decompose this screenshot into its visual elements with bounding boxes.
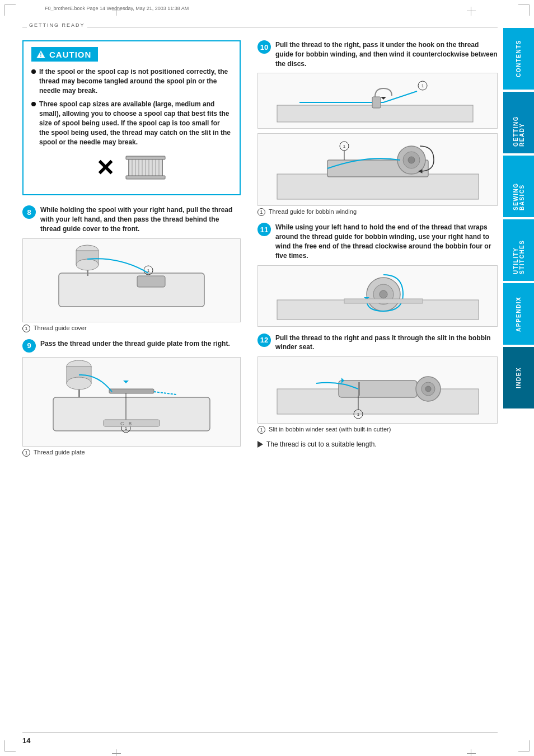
step-8-text: While holding the spool with your right … [40, 205, 241, 233]
step-9-number: 9 [22, 339, 36, 353]
svg-text:1: 1 [357, 412, 359, 417]
svg-text:C: C [120, 421, 124, 426]
tab-getting-ready[interactable]: GETTING READY [503, 92, 534, 153]
caution-label: CAUTION [49, 50, 91, 59]
file-info: F0_brotherE.book Page 14 Wednesday, May … [45, 6, 189, 11]
caution-box: ! CAUTION If the spool or the spool cap … [22, 40, 241, 195]
step-12-caption-circle: 1 [257, 426, 265, 434]
svg-point-26 [67, 377, 91, 389]
step-12-caption: 1 Slit in bobbin winder seat (with built… [257, 426, 498, 434]
right-tabs: CONTENTS GETTING READY SEWING BASICS UTI… [503, 28, 534, 408]
step-8-container: 8 While holding the spool with your righ… [22, 205, 241, 233]
section-header-label: GETTING READY [27, 22, 87, 28]
step-9-container: 9 Pass the thread under the thread guide… [22, 339, 241, 353]
tab-appendix[interactable]: APPENDIX [503, 283, 534, 345]
svg-text:8: 8 [129, 421, 132, 426]
tab-contents[interactable]: CONTENTS [503, 28, 534, 90]
step-10-diagram-bottom: 1 [257, 133, 498, 206]
step-10-container: 10 Pull the thread to the right, pass it… [257, 40, 498, 68]
svg-rect-39 [372, 97, 381, 108]
warning-icon: ! [36, 49, 46, 59]
corner-mark-br [518, 740, 530, 752]
thread-cut-note: The thread is cut to a suitable length. [257, 440, 498, 448]
thread-cut-note-text: The thread is cut to a suitable length. [266, 440, 377, 448]
step-8-diagram: 1 [22, 238, 241, 322]
svg-rect-12 [126, 156, 165, 159]
step-10-svg-bottom: 1 [271, 135, 484, 205]
svg-point-60 [425, 386, 431, 392]
step-11-text: While using your left hand to hold the e… [275, 223, 498, 260]
caution-header-bg: ! CAUTION [31, 47, 98, 62]
step-9-caption-circle: 1 [22, 449, 30, 457]
step-10-caption-text: Thread guide for bobbin winding [269, 208, 357, 215]
svg-point-44 [408, 157, 415, 163]
arrow-icon [257, 441, 263, 448]
x-mark: ✕ [96, 155, 115, 181]
step-9-caption-text: Thread guide plate [34, 449, 85, 456]
caution-text-2: Three spool cap sizes are available (lar… [39, 100, 232, 147]
step-10-svg-top: 1 [271, 74, 484, 128]
step-9-text: Pass the thread under the thread guide p… [40, 339, 241, 349]
corner-mark-bl [4, 740, 16, 752]
svg-point-52 [380, 290, 387, 298]
step-11-svg [271, 266, 484, 325]
page: F0_brotherE.book Page 14 Wednesday, May … [0, 0, 534, 756]
step-9-diagram: 1 C 8 [22, 357, 241, 447]
step-8-caption-circle: 1 [22, 325, 30, 332]
corner-mark-tl [4, 4, 16, 16]
step-12-svg: 1 [271, 358, 484, 422]
svg-text:1: 1 [343, 144, 345, 149]
svg-text:!: ! [40, 52, 41, 58]
caution-bullet-1: If the spool or the spool cap is not pos… [31, 67, 232, 95]
svg-rect-21 [137, 276, 165, 287]
svg-rect-57 [358, 382, 360, 396]
step-8-svg: 1 [36, 240, 227, 321]
svg-rect-56 [339, 381, 417, 397]
step-8-caption: 1 Thread guide cover [22, 325, 241, 332]
step-10-text: Pull the thread to the right, pass it un… [275, 40, 498, 68]
step-12-caption-text: Slit in bobbin winder seat (with built-i… [269, 426, 391, 433]
section-header-bar: GETTING READY [22, 27, 498, 38]
bottom-border [22, 732, 498, 732]
step-9-caption: 1 Thread guide plate [22, 449, 241, 457]
step-11-container: 11 While using your left hand to hold th… [257, 223, 498, 260]
step-12-container: 12 Pull the thread to the right and pass… [257, 334, 498, 353]
tab-index[interactable]: INDEX [503, 347, 534, 408]
step-10-caption: 1 Thread guide for bobbin winding [257, 208, 498, 216]
step-10-number: 10 [257, 40, 271, 54]
tab-sewing-basics[interactable]: SEWING BASICS [503, 156, 534, 217]
svg-marker-28 [123, 381, 129, 383]
caution-bullet-2: Three spool cap sizes are available (lar… [31, 100, 232, 147]
svg-text:1: 1 [421, 83, 424, 88]
step-12-text: Pull the thread to the right and pass it… [275, 334, 498, 353]
main-content: ! CAUTION If the spool or the spool cap … [22, 40, 498, 728]
step-11-diagram [257, 265, 498, 327]
step-8-number: 8 [22, 205, 36, 219]
svg-rect-54 [344, 299, 423, 303]
page-number: 14 [22, 736, 30, 745]
step-10-diagram-top: 1 [257, 73, 498, 129]
svg-marker-35 [381, 97, 386, 100]
caution-header: ! CAUTION [31, 47, 232, 62]
step-12-diagram: 1 [257, 356, 498, 424]
bullet-dot-2 [31, 102, 36, 106]
step-8-caption-text: Thread guide cover [34, 325, 87, 331]
step-10-caption-circle: 1 [257, 208, 265, 216]
tab-utility-stitches[interactable]: UTILITY STITCHES [503, 219, 534, 281]
step-11-number: 11 [257, 223, 271, 236]
spool-cap-illustration [123, 152, 168, 183]
left-column: ! CAUTION If the spool or the spool cap … [22, 40, 241, 463]
right-column: 10 Pull the thread to the right, pass it… [257, 40, 498, 448]
step-9-svg: 1 C 8 [36, 358, 227, 445]
x-spool-area: ✕ [31, 152, 232, 183]
svg-rect-13 [126, 176, 165, 179]
svg-rect-40 [277, 174, 479, 199]
svg-rect-27 [109, 389, 154, 393]
step-12-number: 12 [257, 334, 271, 347]
caution-text-1: If the spool or the spool cap is not pos… [39, 67, 232, 95]
corner-mark-tr [518, 4, 530, 16]
svg-rect-14 [59, 273, 204, 307]
svg-point-18 [76, 259, 99, 270]
bullet-dot-1 [31, 69, 36, 74]
